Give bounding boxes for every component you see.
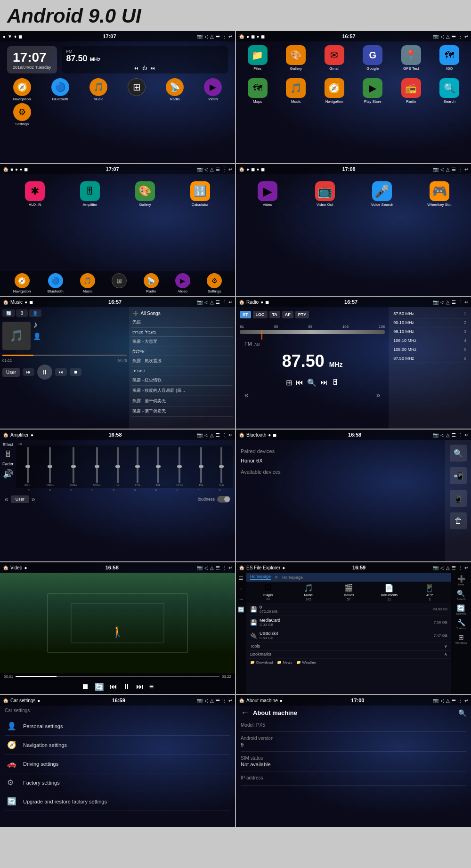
files-tab-close[interactable]: ✕	[275, 575, 278, 580]
radio-btn-st[interactable]: ST	[240, 311, 251, 318]
files-cat-movies[interactable]: 🎬 Movies 57	[329, 584, 369, 601]
files-cat-music[interactable]: 🎵 Music 342	[289, 584, 328, 601]
files-search-btn[interactable]: 🔍 Search	[456, 590, 465, 600]
files-dl-download[interactable]: 📁Download	[250, 660, 273, 665]
music-stop-btn[interactable]: ⏹	[70, 368, 81, 376]
radio-grid-btn[interactable]: ⊞	[286, 378, 292, 387]
launcher-music[interactable]: 🎵 Music	[278, 78, 314, 104]
files-toolbox-btn[interactable]: 🔧 Toolbox	[456, 619, 466, 630]
files-new-btn[interactable]: ➕ New	[457, 575, 465, 586]
video-repeat-btn[interactable]: 🔄	[95, 682, 104, 691]
launcher-gmail[interactable]: ✉ Gmail	[317, 45, 352, 71]
app-bluetooth[interactable]: 🔵 Bluetooth	[42, 78, 78, 101]
playlist-item[interactable]: 孫露 - 紅尘情歌	[131, 375, 233, 386]
aux-auxin[interactable]: ✱ AUX IN	[9, 181, 61, 207]
aux-video[interactable]: ▶ Video	[175, 273, 190, 293]
about-search-icon[interactable]: 🔍	[458, 709, 466, 717]
radio-preset-4[interactable]: 106.10 MHz4	[391, 336, 469, 345]
music-user-btn[interactable]: User	[2, 368, 20, 377]
launcher-radio[interactable]: 📻 Radio	[393, 78, 429, 104]
music-play-btn[interactable]: ⏸	[37, 365, 52, 380]
video-prev-btn[interactable]: ⏮	[110, 682, 117, 691]
music-progress-bar[interactable]	[2, 355, 127, 356]
playlist-item[interactable]: 孫露 - 酒干倘卖无	[131, 396, 233, 406]
launcher-files[interactable]: 📁 Files	[240, 45, 276, 71]
files-menu-icon[interactable]: ☰	[239, 575, 244, 581]
launcher-gpstest[interactable]: 📍 GPS Test	[393, 45, 429, 71]
launcher-navigation[interactable]: 🧭 Navigation	[317, 78, 352, 104]
playlist-item[interactable]: 孫露 - 大惠咒	[131, 337, 233, 347]
video-screen[interactable]: 🚶	[0, 573, 235, 673]
moreapp-video[interactable]: ▶ Video	[241, 181, 294, 207]
launcher-google[interactable]: G Google	[355, 45, 391, 71]
playlist-item[interactable]: קיסריה	[131, 366, 233, 375]
eq-band-10k[interactable]: 10k	[156, 447, 161, 487]
prev-track-btn[interactable]: ⏮	[134, 65, 138, 71]
files-tools-expand[interactable]: ∨	[444, 644, 447, 649]
video-play-btn[interactable]: ⏸	[123, 682, 130, 691]
app-navigation[interactable]: 🧭 Navigation	[4, 78, 40, 101]
radio-btn-loc[interactable]: LOC	[253, 311, 268, 318]
aux-calculator[interactable]: 🔢 Calculator	[174, 181, 226, 207]
moreapp-wheelkey[interactable]: 🎮 Wheelkey Stu.	[413, 181, 466, 207]
playlist-item[interactable]: 孫露 - 酒干倘卖无	[131, 406, 233, 417]
launcher-playstore[interactable]: ▶ Play Store	[355, 78, 391, 104]
app-music[interactable]: 🎵 Music	[80, 78, 116, 101]
eq-fwd-btn[interactable]: »	[32, 495, 35, 503]
files-item-usbdisk[interactable]: 🔌 USBdisk4 9.60 GB 7.47 GB	[246, 629, 451, 642]
eq-band-1k[interactable]: 1k	[116, 447, 119, 487]
bt-delete-btn[interactable]: 🗑	[450, 512, 467, 529]
bt-device-name[interactable]: Honor 6X	[241, 456, 440, 465]
aux-bt[interactable]: 🔵 Bluetooth	[48, 273, 64, 293]
app-radio[interactable]: 📡 Radio	[157, 78, 193, 101]
eq-band-sub[interactable]: Sub	[219, 447, 224, 487]
radio-search-btn[interactable]: 🔍	[307, 378, 317, 387]
eq-band-2k5[interactable]: 2.5k	[135, 447, 140, 487]
settings-factory[interactable]: ⚙ Factory settings	[5, 773, 230, 792]
eq-band-60hz[interactable]: 60hz	[24, 447, 31, 487]
music-tab-user[interactable]: 👤	[29, 309, 41, 317]
radio-btn-pty[interactable]: PTY	[295, 311, 309, 318]
music-next-btn[interactable]: ⏭	[55, 368, 67, 376]
moreapp-videoout[interactable]: 📺 Video Out	[298, 181, 352, 207]
files-cat-apps[interactable]: 📱 APP 3	[410, 584, 449, 601]
video-next-btn[interactable]: ⏭	[136, 682, 144, 691]
aux-nav[interactable]: 🧭 Navigation	[13, 273, 31, 293]
music-tab-repeat[interactable]: 🔄	[2, 309, 15, 317]
about-back-btn[interactable]: ←	[241, 708, 249, 718]
loudness-toggle[interactable]	[217, 496, 230, 503]
bt-visible-btn[interactable]: 📲	[450, 467, 467, 484]
aux-radio[interactable]: 📡 Radio	[144, 273, 159, 293]
radio-prev-btn[interactable]: ⏮	[296, 378, 303, 387]
video-stop-btn[interactable]: ⏹	[81, 682, 89, 691]
settings-personal[interactable]: 👤 Personal settings	[5, 717, 230, 736]
aux-launcher[interactable]: ⊞	[112, 273, 127, 293]
radio-controls[interactable]: ⏮ ⏻ ⏭	[66, 65, 223, 71]
moreapp-voicesearch[interactable]: 🎤 Voice Search	[356, 181, 409, 207]
radio-preset-1[interactable]: 87.50 MHz1	[391, 309, 469, 318]
files-item-mediacard[interactable]: 💾 MediaCard 3.00 GB 7.38 GB	[246, 616, 451, 629]
files-cat-docs[interactable]: 📄 Documents 21	[369, 584, 409, 601]
files-back-icon[interactable]: ←	[239, 586, 244, 592]
aux-gallery[interactable]: 🎨 Gallery	[120, 181, 171, 207]
settings-navigation[interactable]: 🧭 Navigation settings	[5, 736, 230, 754]
eq-user-btn[interactable]: User	[11, 495, 29, 503]
settings-driving[interactable]: 🚗 Driving settings	[5, 754, 230, 773]
radio-btn-af[interactable]: AF	[282, 311, 293, 318]
playlist-item[interactable]: 孫露 - 救赎的人容易辞 (原...	[131, 386, 233, 396]
aux-music[interactable]: 🎵 Music	[80, 273, 95, 293]
power-btn[interactable]: ⏻	[142, 65, 147, 71]
bt-rename-btn[interactable]: 📱	[450, 490, 467, 507]
launcher-search[interactable]: 🔍 Search	[432, 78, 468, 104]
eq-back-btn[interactable]: «	[5, 495, 8, 503]
app-video[interactable]: ▶ Video	[195, 78, 231, 101]
files-refresh-icon[interactable]: 🔄	[238, 607, 244, 613]
radio-slider[interactable]	[240, 330, 385, 334]
radio-preset-2[interactable]: 90.10 MHz2	[391, 318, 469, 327]
eq-band-15k[interactable]: 15k	[199, 447, 203, 487]
files-refresh-btn[interactable]: 🔄 Refresh	[456, 604, 466, 615]
files-windows-btn[interactable]: ⊞ Windows	[455, 633, 467, 644]
launcher-maps[interactable]: 🗺 Maps	[240, 78, 276, 104]
bt-search-btn[interactable]: 🔍	[450, 445, 467, 462]
playlist-item[interactable]: 无损	[131, 317, 233, 328]
